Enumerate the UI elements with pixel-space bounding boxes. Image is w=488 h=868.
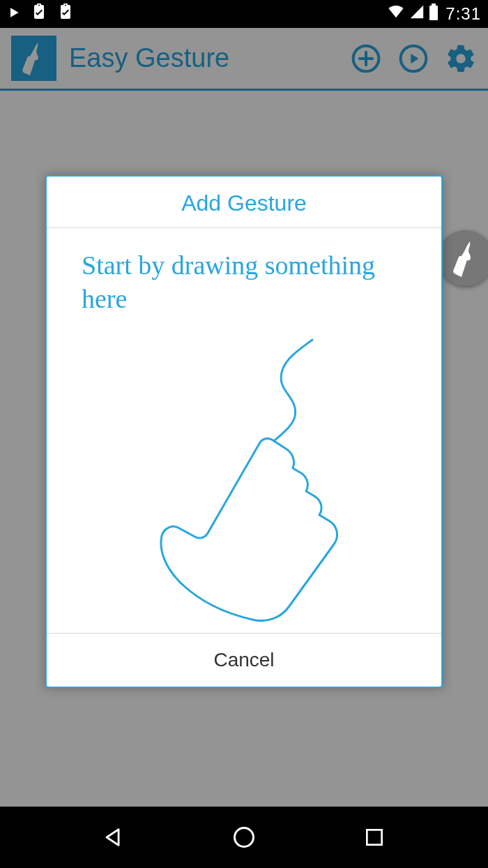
cancel-button[interactable]: Cancel xyxy=(47,633,441,687)
svg-point-4 xyxy=(234,828,253,847)
clipboard-check-icon xyxy=(31,3,47,24)
recent-square-icon[interactable] xyxy=(358,821,391,854)
svg-rect-0 xyxy=(429,6,438,20)
svg-rect-1 xyxy=(432,3,436,6)
play-icon xyxy=(7,4,21,24)
system-nav-bar xyxy=(0,807,488,868)
gesture-drawing-area[interactable]: Start by drawing something here xyxy=(47,228,441,633)
status-bar: 7:31 xyxy=(0,0,488,28)
floating-gesture-bubble[interactable] xyxy=(438,230,488,286)
dialog-title: Add Gesture xyxy=(47,177,441,228)
status-time: 7:31 xyxy=(445,4,481,24)
battery-icon xyxy=(429,3,439,24)
home-circle-icon[interactable] xyxy=(227,821,261,854)
svg-rect-5 xyxy=(367,830,381,844)
add-gesture-dialog: Add Gesture Start by drawing something h… xyxy=(45,175,443,688)
wifi-icon xyxy=(387,4,405,24)
hand-gesture-icon xyxy=(131,333,382,626)
drawing-hint-text: Start by drawing something here xyxy=(68,249,420,315)
back-triangle-icon[interactable] xyxy=(97,821,130,854)
signal-icon xyxy=(409,4,425,24)
clipboard-check-icon xyxy=(57,3,74,24)
